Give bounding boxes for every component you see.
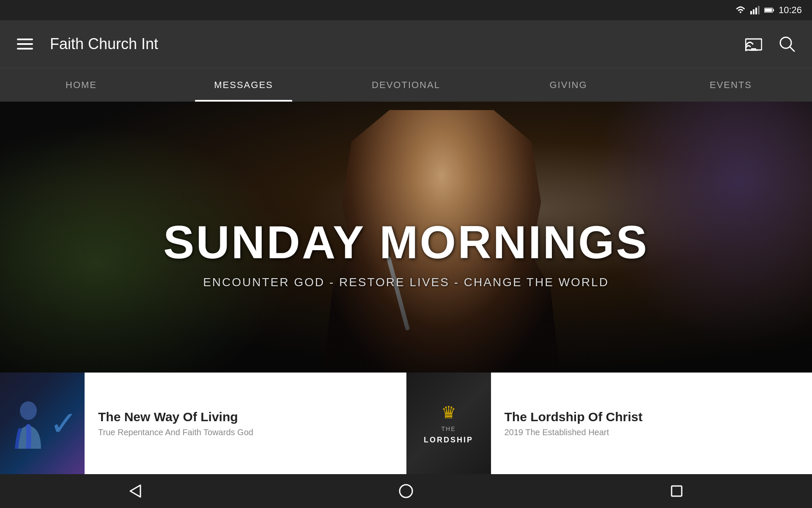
card-thumb-image-new-way [7,398,49,449]
card-title-new-way: The New Way Of Living [98,410,392,424]
tab-giving[interactable]: GIVING [487,68,650,102]
svg-point-8 [745,49,747,51]
search-icon [779,36,795,52]
tab-devotional[interactable]: DEVOTIONAL [325,68,487,102]
crown-icon: ♛ [441,403,456,422]
back-icon [127,483,144,500]
hamburger-menu-button[interactable] [17,39,33,50]
svg-rect-2 [755,8,757,14]
recent-apps-icon [668,483,685,500]
hero-title: SUNDAY MORNINGS [163,219,649,265]
home-circle-icon [398,483,414,500]
wifi-icon [735,5,746,15]
status-bar: 10:26 [0,0,812,20]
svg-rect-1 [753,9,754,14]
card-info-new-way: The New Way Of Living True Repentance An… [85,400,406,447]
status-time: 10:26 [779,5,802,16]
tab-home[interactable]: HOME [0,68,162,102]
nav-home-button[interactable] [389,474,423,508]
svg-line-12 [790,47,794,51]
hamburger-line-2 [17,43,33,45]
battery-icon [764,5,774,15]
hero-subtitle: ENCOUNTER GOD - RESTORE LIVES - CHANGE T… [203,276,609,289]
lordship-the-text: THE [442,425,456,432]
nav-tabs: HOME MESSAGES DEVOTIONAL GIVING EVENTS [0,68,812,102]
hero-banner: SUNDAY MORNINGS ENCOUNTER GOD - RESTORE … [0,102,812,373]
svg-rect-3 [758,6,760,14]
svg-rect-0 [750,11,752,14]
lordship-main-text: LORDSHIP [424,436,473,444]
card-subtitle-lordship: 2019 The Established Heart [505,428,799,437]
card-subtitle-new-way: True Repentance And Faith Towards God [98,428,392,437]
bottom-nav [0,474,812,508]
svg-rect-9 [751,48,756,50]
app-bar-actions [745,36,795,52]
app-bar: Faith Church Int [0,20,812,68]
tab-messages[interactable]: MESSAGES [162,68,325,102]
hamburger-line-3 [17,48,33,50]
cast-icon [745,36,762,52]
svg-marker-14 [130,485,140,497]
svg-point-13 [20,401,37,420]
status-icons: 10:26 [735,5,802,16]
signal-icon [750,5,760,15]
app-title: Faith Church Int [50,35,745,53]
card-thumb-lordship: ♛ THE LORDSHIP [406,373,491,474]
cards-section: The New Way Of Living True Repentance An… [0,373,812,474]
nav-recent-button[interactable] [660,474,694,508]
svg-rect-6 [773,9,774,11]
svg-rect-10 [749,50,758,51]
cast-button[interactable] [745,36,762,52]
card-info-lordship: The Lordship Of Christ 2019 The Establis… [491,400,812,447]
svg-rect-5 [765,8,772,12]
card-title-lordship: The Lordship Of Christ [505,410,799,424]
hero-overlay: SUNDAY MORNINGS ENCOUNTER GOD - RESTORE … [0,102,812,373]
tab-events[interactable]: EVENTS [650,68,812,102]
svg-rect-16 [672,486,682,496]
card-lordship[interactable]: ♛ THE LORDSHIP The Lordship Of Christ 20… [406,373,812,474]
svg-point-15 [400,485,412,497]
nav-back-button[interactable] [118,474,152,508]
hamburger-line-1 [17,39,33,40]
card-new-way[interactable]: The New Way Of Living True Repentance An… [0,373,406,474]
card-thumb-new-way [0,373,85,474]
search-button[interactable] [779,36,795,52]
